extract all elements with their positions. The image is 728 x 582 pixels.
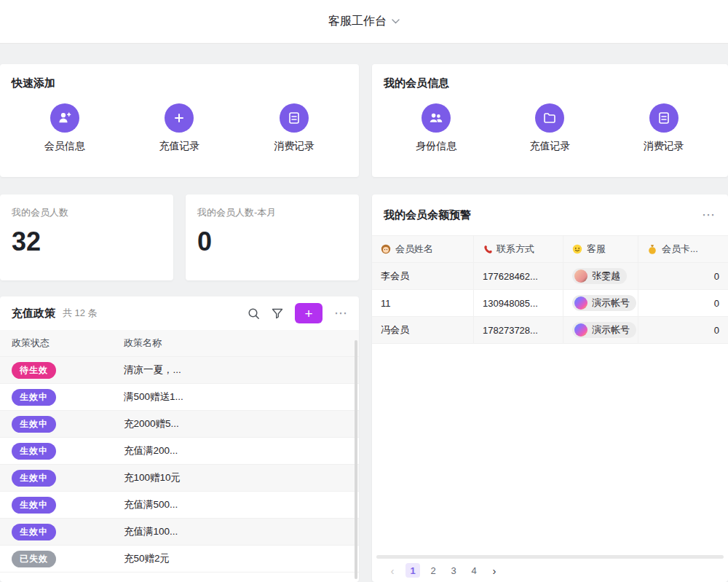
pagination: ‹ 1 2 3 4 › (385, 563, 502, 578)
member-count-label: 我的会员人数 (12, 206, 162, 219)
quick-add-recharge-button[interactable]: 充值记录 (159, 103, 199, 153)
search-icon[interactable] (248, 307, 260, 320)
identity-info-label: 身份信息 (416, 140, 456, 153)
col-member-name-label: 会员姓名 (395, 243, 433, 256)
table-row[interactable]: 生效中 充值满500... (0, 492, 359, 519)
cell-member-name: 冯会员 (372, 317, 474, 344)
balance-warning-card: 我的会员余额预警 ⋯ 会员姓名 联系方式 客服 (372, 194, 728, 582)
pagination-prev-icon[interactable]: ‹ (385, 563, 400, 578)
policy-name: 充值满500... (112, 492, 359, 519)
add-record-button[interactable]: + (295, 303, 323, 323)
agent-chip[interactable]: 演示帐号 (572, 322, 636, 338)
folder-icon (535, 103, 564, 133)
policy-name: 清凉一夏，... (112, 357, 359, 384)
table-row[interactable]: 冯会员 178273728... 演示帐号 0 (372, 317, 728, 344)
quick-add-title: 快速添加 (0, 64, 359, 102)
col-policy-status[interactable]: 政策状态 (0, 330, 112, 357)
avatar (574, 270, 587, 283)
cell-balance: 0 (638, 317, 728, 344)
more-icon[interactable]: ⋯ (702, 208, 716, 221)
agent-chip[interactable]: 演示帐号 (572, 295, 636, 311)
col-agent-label: 客服 (587, 243, 606, 256)
agent-name: 张雯越 (592, 270, 620, 283)
cell-contact: 130948085... (474, 290, 563, 317)
recharge-record-label: 充值记录 (529, 140, 570, 153)
more-icon[interactable]: ⋯ (334, 307, 349, 320)
my-member-info-title: 我的会员信息 (372, 64, 728, 102)
quick-add-member-label: 会员信息 (44, 140, 85, 153)
pagination-page-1[interactable]: 1 (405, 563, 420, 578)
member-count-month-card: 我的会员人数-本月 0 (186, 194, 359, 280)
balance-warning-title: 我的会员余额预警 (384, 208, 471, 222)
policy-table-header: 政策状态 政策名称 (0, 330, 359, 357)
record-count: 共 12 条 (63, 307, 98, 320)
receipt-icon (280, 103, 309, 133)
member-count-card: 我的会员人数 32 (0, 194, 173, 280)
status-badge: 生效中 (12, 389, 56, 406)
recharge-record-button[interactable]: 充值记录 (529, 103, 570, 153)
quick-add-recharge-label: 充值记录 (159, 140, 199, 153)
table-row[interactable]: 已失效 充50赠2元 (0, 546, 359, 573)
col-agent[interactable]: 客服 (563, 236, 638, 263)
table-row[interactable]: 生效中 充值满100... (0, 519, 359, 546)
quick-add-member-button[interactable]: 会员信息 (44, 103, 85, 153)
agent-chip[interactable]: 张雯越 (572, 268, 627, 284)
table-row[interactable]: 生效中 满500赠送1... (0, 384, 359, 411)
status-badge: 已失效 (12, 551, 56, 567)
avatar (574, 296, 587, 310)
balance-table-header: 会员姓名 联系方式 客服 会员卡... (372, 235, 728, 263)
cell-contact: 178273728... (474, 317, 563, 344)
status-badge: 生效中 (12, 443, 56, 460)
status-badge: 生效中 (12, 470, 56, 487)
quick-add-consume-button[interactable]: 消费记录 (274, 103, 314, 153)
pagination-page-4[interactable]: 4 (467, 563, 481, 578)
table-row[interactable]: 生效中 充2000赠5... (0, 411, 359, 438)
plus-icon (165, 103, 194, 133)
group-icon (422, 103, 451, 133)
member-count-month-label: 我的会员人数-本月 (197, 206, 347, 219)
table-row[interactable]: 11 130948085... 演示帐号 0 (372, 290, 728, 317)
member-count-month-value: 0 (197, 227, 347, 257)
table-row[interactable]: 生效中 充值满200... (0, 438, 359, 465)
policy-table: 政策状态 政策名称 待生效 清凉一夏，... 生效中 满500赠送1... 生效… (0, 330, 359, 573)
my-member-info-card: 我的会员信息 身份信息 充值记录 (372, 64, 728, 177)
app-header: 客服工作台 (0, 0, 728, 44)
receipt-icon (649, 103, 678, 133)
identity-info-button[interactable]: 身份信息 (416, 103, 456, 153)
pagination-next-icon[interactable]: › (487, 563, 502, 578)
status-badge: 生效中 (12, 497, 56, 514)
pagination-page-2[interactable]: 2 (426, 563, 440, 578)
col-policy-name[interactable]: 政策名称 (112, 330, 359, 357)
pagination-page-3[interactable]: 3 (446, 563, 461, 578)
cell-member-name: 李会员 (372, 263, 474, 290)
vertical-scrollbar[interactable] (355, 340, 357, 579)
cell-balance: 0 (638, 263, 728, 290)
policy-name: 充100赠10元 (112, 465, 359, 492)
table-row[interactable]: 待生效 清凉一夏，... (0, 357, 359, 384)
col-member-name[interactable]: 会员姓名 (372, 236, 474, 263)
col-member-card[interactable]: 会员卡... (638, 236, 728, 263)
smiley-icon (572, 244, 582, 254)
policy-name: 充值满100... (112, 519, 359, 546)
member-icon (381, 244, 391, 254)
cell-member-name: 11 (372, 290, 474, 317)
cell-agent: 张雯越 (563, 263, 638, 290)
horizontal-scrollbar[interactable] (376, 555, 724, 559)
cell-agent: 演示帐号 (563, 317, 638, 344)
consume-record-label: 消费记录 (644, 140, 684, 153)
chevron-down-icon (392, 19, 400, 24)
consume-record-button[interactable]: 消费记录 (644, 103, 684, 153)
table-row[interactable]: 李会员 177628462... 张雯越 0 (372, 263, 728, 290)
status-badge: 生效中 (12, 524, 56, 540)
policy-name: 满500赠送1... (112, 384, 359, 411)
policy-name: 充50赠2元 (112, 546, 359, 573)
recharge-policy-card: 充值政策 共 12 条 + ⋯ 政策状态 政策名称 待生效 清凉一夏，... 生… (0, 296, 359, 582)
filter-icon[interactable] (272, 307, 283, 319)
col-contact[interactable]: 联系方式 (474, 236, 563, 263)
col-member-card-label: 会员卡... (662, 243, 698, 256)
table-row[interactable]: 生效中 充100赠10元 (0, 465, 359, 492)
quick-add-card: 快速添加 会员信息 充值记录 (0, 64, 359, 177)
workspace-switcher[interactable]: 客服工作台 (328, 14, 400, 29)
phone-icon (483, 245, 492, 254)
cell-agent: 演示帐号 (563, 290, 638, 317)
